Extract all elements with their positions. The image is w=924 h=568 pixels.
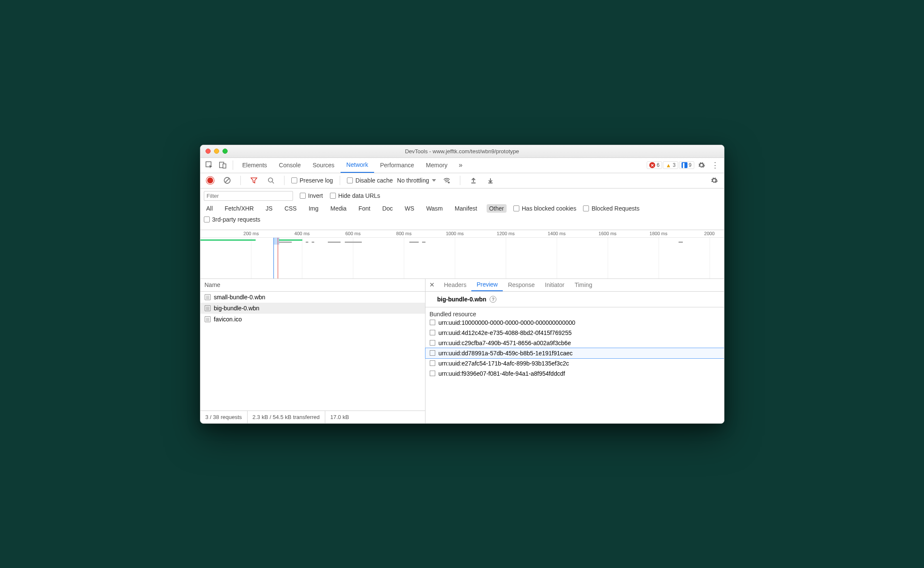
filter-type-all[interactable]: All bbox=[204, 204, 216, 213]
tab-memory[interactable]: Memory bbox=[420, 158, 454, 173]
window-title: DevTools - www.jefftk.com/test/wbn9/prot… bbox=[200, 148, 724, 155]
request-name: favicon.ico bbox=[214, 316, 242, 323]
more-icon[interactable]: ⋮ bbox=[709, 159, 721, 172]
svg-point-5 bbox=[268, 178, 273, 182]
clear-icon[interactable] bbox=[221, 174, 234, 187]
timeline-tick: 600 ms bbox=[345, 231, 361, 236]
request-row[interactable]: favicon.ico bbox=[200, 314, 425, 325]
filter-type-wasm[interactable]: Wasm bbox=[424, 204, 445, 213]
bundled-resource-row[interactable]: urn:uuid:4d12c42e-e735-4088-8bd2-0f415f7… bbox=[425, 328, 724, 338]
file-icon bbox=[205, 294, 211, 300]
detail-tab-headers[interactable]: Headers bbox=[439, 279, 472, 291]
bundled-resource-row[interactable]: urn:uuid:dd78991a-57db-459c-b8b5-1e191f9… bbox=[425, 348, 724, 358]
request-row[interactable]: small-bundle-0.wbn bbox=[200, 292, 425, 303]
document-icon bbox=[430, 340, 435, 346]
throttling-select[interactable]: No throttling bbox=[397, 177, 436, 184]
svg-point-7 bbox=[448, 182, 450, 183]
third-party-checkbox[interactable]: 3rd-party requests bbox=[204, 216, 261, 223]
network-conditions-icon[interactable] bbox=[440, 174, 453, 187]
filter-type-js[interactable]: JS bbox=[263, 204, 275, 213]
settings-icon[interactable] bbox=[695, 159, 708, 172]
preserve-log-checkbox[interactable]: Preserve log bbox=[291, 177, 333, 184]
filter-type-manifest[interactable]: Manifest bbox=[452, 204, 480, 213]
network-toolbar: Preserve log Disable cache No throttling bbox=[200, 173, 724, 188]
status-bar: 3 / 38 requests 2.3 kB / 54.5 kB transfe… bbox=[200, 411, 425, 423]
tab-network[interactable]: Network bbox=[341, 158, 374, 173]
filter-type-media[interactable]: Media bbox=[328, 204, 349, 213]
resource-url: urn:uuid:f9396e07-f081-4bfe-94a1-a8f954f… bbox=[439, 370, 565, 377]
resource-url: urn:uuid:e27afc54-171b-4afc-899b-93b135e… bbox=[439, 360, 569, 367]
warning-count-badge[interactable]: ▲3 bbox=[663, 161, 678, 169]
timeline-overview[interactable]: 200 ms400 ms600 ms800 ms1000 ms1200 ms14… bbox=[200, 230, 724, 279]
request-name: small-bundle-0.wbn bbox=[214, 294, 265, 301]
help-icon[interactable]: ? bbox=[490, 296, 496, 303]
filter-bar: Invert Hide data URLs AllFetch/XHRJSCSSI… bbox=[200, 188, 724, 230]
disable-cache-checkbox[interactable]: Disable cache bbox=[347, 177, 393, 184]
inspect-element-icon[interactable] bbox=[203, 159, 216, 172]
search-icon[interactable] bbox=[265, 174, 277, 187]
main-tabs: ElementsConsoleSourcesNetworkPerformance… bbox=[200, 158, 724, 173]
filter-type-font[interactable]: Font bbox=[356, 204, 373, 213]
detail-tab-timing[interactable]: Timing bbox=[569, 279, 597, 291]
message-count-badge[interactable]: ▌9 bbox=[679, 161, 694, 169]
invert-checkbox[interactable]: Invert bbox=[300, 192, 323, 199]
error-count-badge[interactable]: ✕6 bbox=[647, 161, 662, 169]
document-icon bbox=[430, 371, 435, 376]
bundled-resource-row[interactable]: urn:uuid:f9396e07-f081-4bfe-94a1-a8f954f… bbox=[425, 368, 724, 379]
filter-type-img[interactable]: Img bbox=[306, 204, 321, 213]
blocked-requests-checkbox[interactable]: Blocked Requests bbox=[583, 205, 639, 212]
chevron-down-icon bbox=[432, 179, 436, 182]
document-icon bbox=[430, 320, 435, 325]
detail-panel: ✕ HeadersPreviewResponseInitiatorTiming … bbox=[425, 279, 724, 423]
timeline-tick: 1400 ms bbox=[548, 231, 566, 236]
tabs-overflow-button[interactable]: » bbox=[454, 159, 467, 172]
timeline-tick: 400 ms bbox=[294, 231, 310, 236]
titlebar: DevTools - www.jefftk.com/test/wbn9/prot… bbox=[200, 145, 724, 158]
resource-url: urn:uuid:c29cfba7-490b-4571-8656-a002a9f… bbox=[439, 340, 571, 346]
tab-sources[interactable]: Sources bbox=[307, 158, 340, 173]
svg-rect-2 bbox=[223, 164, 226, 168]
file-icon bbox=[205, 305, 211, 311]
hide-data-urls-checkbox[interactable]: Hide data URLs bbox=[330, 192, 380, 199]
filter-type-css[interactable]: CSS bbox=[282, 204, 299, 213]
timeline-tick: 1000 ms bbox=[446, 231, 464, 236]
detail-tab-preview[interactable]: Preview bbox=[471, 279, 503, 291]
filter-type-other[interactable]: Other bbox=[487, 204, 507, 213]
tab-performance[interactable]: Performance bbox=[374, 158, 420, 173]
name-column-header[interactable]: Name bbox=[200, 279, 425, 292]
record-button[interactable] bbox=[204, 174, 217, 187]
timeline-tick: 200 ms bbox=[243, 231, 259, 236]
panel-settings-icon[interactable] bbox=[708, 174, 721, 187]
filter-icon[interactable] bbox=[248, 174, 260, 187]
tab-console[interactable]: Console bbox=[273, 158, 307, 173]
download-icon[interactable] bbox=[484, 174, 497, 187]
detail-tab-response[interactable]: Response bbox=[503, 279, 540, 291]
resource-url: urn:uuid:4d12c42e-e735-4088-8bd2-0f415f7… bbox=[439, 329, 572, 336]
timeline-tick: 2000 bbox=[704, 231, 714, 236]
status-requests: 3 / 38 requests bbox=[200, 411, 248, 423]
bundled-resource-row[interactable]: urn:uuid:c29cfba7-490b-4571-8656-a002a9f… bbox=[425, 338, 724, 348]
document-icon bbox=[430, 360, 435, 366]
bundled-resource-row[interactable]: urn:uuid:e27afc54-171b-4afc-899b-93b135e… bbox=[425, 358, 724, 368]
svg-line-4 bbox=[225, 178, 229, 183]
bundled-resource-row[interactable]: urn:uuid:10000000-0000-0000-0000-0000000… bbox=[425, 318, 724, 328]
resource-url: urn:uuid:10000000-0000-0000-0000-0000000… bbox=[439, 319, 575, 326]
status-resources: 17.0 kB bbox=[325, 411, 354, 423]
filter-type-doc[interactable]: Doc bbox=[380, 204, 395, 213]
request-list-panel: Name small-bundle-0.wbnbig-bundle-0.wbnf… bbox=[200, 279, 425, 423]
bundled-resource-label: Bundled resource bbox=[425, 307, 724, 318]
upload-icon[interactable] bbox=[467, 174, 480, 187]
tab-elements[interactable]: Elements bbox=[237, 158, 273, 173]
detail-tab-initiator[interactable]: Initiator bbox=[540, 279, 569, 291]
has-blocked-cookies-checkbox[interactable]: Has blocked cookies bbox=[513, 205, 576, 212]
timeline-tick: 1800 ms bbox=[650, 231, 668, 236]
filter-input[interactable] bbox=[204, 191, 293, 201]
device-toolbar-icon[interactable] bbox=[217, 159, 229, 172]
timeline-tick: 800 ms bbox=[396, 231, 411, 236]
close-detail-icon[interactable]: ✕ bbox=[427, 281, 437, 289]
filter-type-fetchxhr[interactable]: Fetch/XHR bbox=[222, 204, 256, 213]
resource-url: urn:uuid:dd78991a-57db-459c-b8b5-1e191f9… bbox=[439, 350, 573, 357]
filter-type-ws[interactable]: WS bbox=[402, 204, 417, 213]
request-row[interactable]: big-bundle-0.wbn bbox=[200, 303, 425, 314]
request-name: big-bundle-0.wbn bbox=[214, 305, 259, 312]
